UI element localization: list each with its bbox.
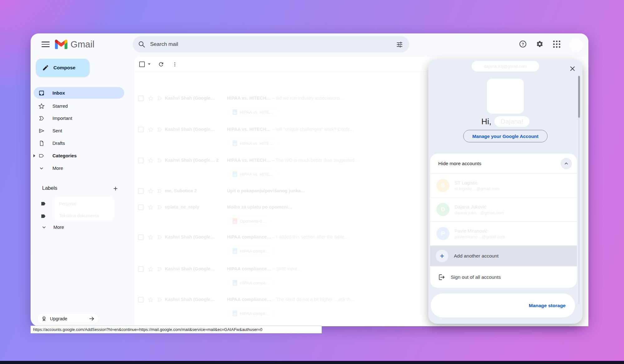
attachment-name: HIPAA compli… [240,249,269,253]
attachment-chip[interactable]: HIPAA compli… [228,246,274,256]
account-avatar: D [436,203,450,216]
checkbox-icon[interactable] [138,188,144,194]
email-row[interactable]: Kashvi Shah (Google…HIPAA vs. HITECH… – … [134,96,434,124]
star-icon[interactable] [148,188,154,194]
checkbox-icon[interactable] [138,266,144,272]
email-sender: Kashvi Shah (Google… [165,127,225,132]
settings-button[interactable] [533,37,546,51]
attachment-chip[interactable]: HIPAA compli… [228,309,274,318]
important-marker-icon[interactable] [157,204,162,210]
important-marker-icon[interactable] [157,96,162,101]
important-marker-icon[interactable] [157,266,162,272]
important-marker-icon[interactable] [157,234,162,240]
more-options-button[interactable] [169,58,181,71]
account-rows: SST Logisticst.logistic…@gmail.comDDajan… [430,174,577,246]
attachment-name: HIPAA vs. HITE… [240,172,273,177]
email-row[interactable]: Kashvi Shah (Google…HIPAA vs. HITECH… – … [134,127,434,155]
star-icon[interactable] [148,96,154,101]
search-options-button[interactable] [393,38,406,51]
refresh-button[interactable] [155,58,167,71]
select-dropdown-caret[interactable] [148,63,150,65]
accounts-stack: Hide more accounts SST Logisticst.logist… [430,154,577,288]
important-marker-icon[interactable] [157,127,162,132]
checkbox-icon[interactable] [138,204,144,210]
upgrade-button[interactable]: Upgrade [37,313,99,324]
checkbox-icon[interactable] [138,127,144,132]
email-row[interactable]: Kashvi Shah (Google…HIPAA compliance… – … [134,234,434,263]
close-button[interactable] [567,64,577,74]
email-subject-snippet: HIPAA compliance… – The send do not a bi… [227,297,431,302]
search-icon[interactable] [138,41,145,48]
account-avatar[interactable] [568,38,583,53]
account-row[interactable]: DDajana Jukovićdajana.juko…@gmail.com [430,198,577,222]
attachment-chip[interactable]: HIPAA vs. HITE… [228,139,278,148]
account-row-redacted-content: PPavle Miranovićpavlemirano…@gmail.com [430,222,577,245]
sidebar-item-important[interactable]: Important [34,112,124,124]
google-apps-button[interactable] [550,37,563,51]
close-icon [569,66,576,72]
email-row[interactable]: Kashvi Shah (Google… 2HIPAA vs. HITECH… … [134,158,434,186]
checkbox-icon[interactable] [138,96,144,101]
star-icon[interactable] [148,204,154,210]
help-icon: ? [519,41,526,47]
account-row[interactable]: PPavle Miranovićpavlemirano…@gmail.com [430,222,577,246]
sidebar-item-starred[interactable]: Starred [34,100,124,112]
email-row[interactable]: uplata_ne_replyMolba za uplatu po opomen… [134,204,434,233]
create-label-button[interactable]: + [110,183,121,194]
attachment-doc-icon [233,171,237,177]
manage-storage-link[interactable]: Manage storage [529,303,566,308]
attachment-chip[interactable]: HIPAA vs. HITE… [228,107,278,117]
account-email: dajana.juko…@gmail.com [454,210,504,215]
important-marker-icon[interactable] [157,297,162,303]
refresh-icon [158,61,164,67]
account-row[interactable]: SST Logisticst.logistic…@gmail.com [430,174,577,198]
sign-out-all-row[interactable]: Sign out of all accounts [430,266,577,288]
email-subject-snippet: HIPAA vs. HITECH… – will "unique challen… [227,127,431,132]
compose-button[interactable]: Compose [36,59,90,77]
email-sender: Kashvi Shah (Google… [165,266,225,271]
gmail-m-icon [55,40,67,49]
chevron-up-icon[interactable] [561,158,572,169]
select-all-checkbox[interactable] [139,61,145,67]
star-icon[interactable] [148,158,154,163]
help-button[interactable]: ? [516,37,529,51]
sidebar-item-inbox[interactable]: Inbox [34,87,124,99]
gmail-window: Gmail Search mail ? [31,33,588,326]
email-row[interactable]: Kashvi Shah (Google…HIPAA compliance… – … [134,297,434,326]
email-subject-snippet: Molba za uplatu po opomeni… [227,204,431,209]
expand-triangle-icon[interactable] [33,154,35,157]
sidebar-item-categories[interactable]: Categories [34,150,124,161]
popup-scrollbar-thumb[interactable] [578,76,580,118]
important-marker-icon[interactable] [157,158,162,163]
sidebar-item-drafts[interactable]: Drafts [34,137,124,149]
sidebar-item-sent[interactable]: Sent [34,125,124,136]
hide-more-accounts-row[interactable]: Hide more accounts [430,154,577,174]
star-icon[interactable] [148,127,154,132]
attachment-chip[interactable]: Opomena-0… [228,216,271,226]
arrow-right-icon [89,316,95,322]
checkbox-icon[interactable] [138,234,144,240]
search-bar[interactable]: Search mail [133,36,409,52]
labels-header: Labels + [42,185,123,191]
sidebar-item-label: Drafts [52,140,65,146]
main-menu-button[interactable] [38,37,53,52]
attachment-chip[interactable]: HIPAA compli… [228,278,274,288]
sidebar-labels-more[interactable]: More [42,224,64,230]
sidebar-item-more[interactable]: More [34,162,124,174]
labels-redacted-area[interactable]: Personal Tekstilna dokumenta [55,197,114,221]
inbox-icon [38,90,45,96]
hide-more-accounts-label: Hide more accounts [438,161,561,166]
attachment-chip[interactable]: HIPAA vs. HITE… [228,170,278,179]
profile-avatar-redacted[interactable] [487,79,524,114]
add-another-account-row[interactable]: + Add another account [430,246,577,266]
star-icon[interactable] [148,234,154,240]
checkbox-icon[interactable] [138,297,144,303]
email-row[interactable]: Kashvi Shah (Google…HIPAA compliance… – … [134,266,434,295]
checkbox-icon[interactable] [138,158,144,163]
account-row-redacted-content: SST Logisticst.logistic…@gmail.com [430,174,577,197]
draft-icon [38,140,45,146]
star-icon[interactable] [148,297,154,303]
manage-google-account-button[interactable]: Manage your Google Account [463,130,548,142]
important-marker-icon[interactable] [157,188,162,194]
star-icon[interactable] [148,266,154,272]
